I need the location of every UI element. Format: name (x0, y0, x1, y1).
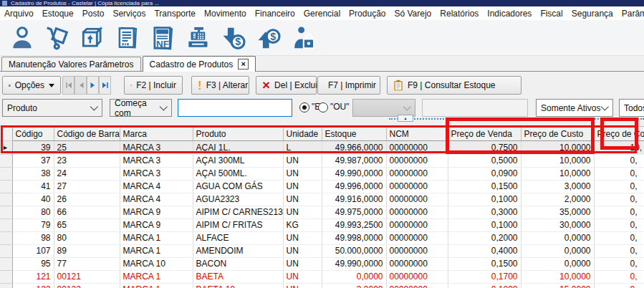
menu-item[interactable]: Financeiro (251, 9, 299, 19)
consult-stock-label: F9 | Consultar Estoque (408, 80, 496, 90)
column-header[interactable]: Preço de Custo (521, 127, 594, 141)
radio-or-label: "OU" (330, 102, 350, 112)
cell-produto: AIPIM C/ CARNES2131 (193, 206, 283, 219)
menu-item[interactable]: Arquivo (0, 9, 38, 19)
search-input[interactable] (178, 99, 292, 117)
scope-filter-value: Todos (624, 103, 644, 113)
menu-item[interactable]: Indicadores (483, 9, 536, 19)
document-tab-bar: Manutenção Valores Parâmetros Cadastro d… (0, 56, 644, 72)
filter-operator-select[interactable]: Começa com (110, 99, 172, 117)
nav-first-button[interactable] (62, 76, 75, 95)
table-row[interactable]: 38 24 MARCA 3 AÇAI 500ML. UN 49.990,0000… (0, 168, 644, 181)
radio-or[interactable] (318, 102, 328, 112)
cell-produto: AÇAI 500ML. (193, 168, 283, 181)
collapse-panel-button[interactable] (398, 115, 413, 122)
cell-marca: MARCA 4 (120, 193, 193, 206)
package-icon[interactable] (75, 21, 110, 54)
radio-and[interactable] (299, 102, 309, 112)
nav-previous-button[interactable] (75, 76, 87, 95)
cell-preco-de-custo: 0,0000 (521, 232, 594, 245)
cell-preco-de-compra: 0, (594, 232, 644, 245)
delete-button[interactable]: Del | Excluir (256, 76, 317, 95)
user-icon[interactable] (4, 21, 39, 54)
menu-item[interactable]: Movimento (200, 9, 251, 19)
menu-item[interactable]: Parâmetros (617, 9, 644, 19)
column-header[interactable]: Código (12, 127, 54, 141)
table-row[interactable]: 39 25 MARCA 3 AÇAI 1L. L 49.966,0000 000… (0, 141, 644, 155)
menu-item[interactable]: Fiscal (536, 9, 567, 19)
menu-item[interactable]: Só Varejo (390, 9, 436, 19)
cell-preco-de-custo: 15,0000 (521, 284, 594, 288)
cash-register-icon[interactable] (180, 21, 215, 54)
column-header[interactable]: Unidade (283, 127, 322, 141)
consult-stock-button[interactable]: F9 | Consultar Estoque (387, 76, 522, 95)
print-button[interactable]: F7 | Imprimir (317, 76, 380, 95)
table-row[interactable]: 122 00122 MARCA 1 BAETA 10 UN -3,0000 00… (0, 284, 644, 288)
cell-estoque: 0,0000 (322, 271, 386, 284)
tab-cadastro-de-produtos[interactable]: Cadastro de Produtos × (143, 56, 256, 72)
cell-marca: MARCA 3 (120, 168, 193, 181)
cell-codigo-de-barras: 89 (54, 245, 120, 258)
money-out-icon[interactable]: $ (250, 21, 285, 54)
cell-marca: MARCA 3 (120, 155, 193, 168)
table-row[interactable]: 121 00121 MARCA 1 BAETA UN 0,0000 000000… (0, 271, 644, 284)
column-header[interactable]: Preço de Comp (594, 127, 644, 141)
options-button[interactable]: Opções (2, 76, 61, 95)
scope-filter-select[interactable]: Todos (619, 99, 644, 117)
column-header[interactable]: Preço de Venda (448, 127, 521, 141)
menu-item[interactable]: Segurança (567, 9, 617, 19)
invoice-icon[interactable] (110, 21, 145, 54)
cell-codigo-de-barras: 00122 (54, 284, 120, 288)
tab-close-icon[interactable]: × (238, 59, 249, 69)
products-grid: Código Código de Barras Marca Produto Un… (0, 126, 644, 288)
cell-marca: MARCA 9 (120, 206, 193, 219)
filter-operator-value: Começa com (115, 98, 161, 118)
cell-ncm: 00000000 (386, 284, 448, 288)
menu-item[interactable]: Gerencial (299, 9, 345, 19)
alter-button[interactable]: F3 | Alterar (191, 76, 249, 95)
menu-item[interactable]: Transporte (150, 9, 200, 19)
menu-bar: Arquivo Estoque Posto Serviços Transport… (0, 6, 644, 21)
column-header[interactable]: Estoque (322, 127, 386, 141)
menu-item[interactable]: Estoque (38, 9, 78, 19)
nav-next-button[interactable] (87, 76, 99, 95)
tab-manutencao-valores-parametros[interactable]: Manutenção Valores Parâmetros (1, 57, 141, 71)
cell-codigo: 121 (12, 271, 54, 284)
status-filter-value: Somente Ativos (541, 103, 600, 113)
table-row[interactable]: 40 26 MARCA 4 AGUA2323 UN 49.916,0000 00… (0, 193, 644, 206)
column-header[interactable]: Código de Barras (54, 127, 120, 141)
nf-invoice-icon[interactable]: NF (145, 21, 180, 54)
cell-codigo-de-barras: 00121 (54, 271, 120, 284)
row-marker (0, 141, 12, 155)
row-marker (0, 245, 12, 258)
column-header[interactable]: Marca (120, 127, 193, 141)
menu-item[interactable]: Serviços (108, 9, 150, 19)
cell-ncm: 00000000 (386, 232, 448, 245)
money-in-icon[interactable]: $ (215, 21, 250, 54)
column-header[interactable]: Produto (193, 127, 283, 141)
column-header[interactable]: NCM (386, 127, 448, 141)
print-label: F7 | Imprimir (328, 80, 376, 90)
cell-codigo-de-barras: 23 (54, 155, 120, 168)
nav-last-button[interactable] (99, 76, 111, 95)
table-row[interactable]: 41 27 MARCA 4 AGUA COM GÁS UN 49.996,000… (0, 181, 644, 193)
menu-item[interactable]: Relatórios (436, 9, 483, 19)
include-button[interactable]: F2 | Incluir (124, 76, 183, 95)
menu-item[interactable]: Posto (78, 9, 109, 19)
table-row[interactable]: 98 80 MARCA 1 ALFACE UN 49.998,0000 0000… (0, 232, 644, 245)
cell-preco-de-compra: 0, (594, 206, 644, 219)
table-row[interactable]: 107 89 MARCA 1 AMENDOIM UN 50.000,0000 0… (0, 245, 644, 258)
user-lock-icon[interactable] (285, 21, 320, 54)
cell-codigo: 40 (12, 193, 54, 206)
status-filter-select[interactable]: Somente Ativos (536, 99, 613, 117)
table-row[interactable]: 79 65 MARCA 9 AIPIM C/ FRITAS KG 49.993,… (0, 219, 644, 232)
cell-codigo: 41 (12, 181, 54, 193)
table-row[interactable]: 37 23 MARCA 3 AÇAI 300ML UN 49.987,0000 … (0, 155, 644, 168)
cell-preco-de-venda: 0,4000 (448, 245, 521, 258)
cell-estoque: 49.975,0000 (322, 206, 386, 219)
filter-field-select[interactable]: Produto (2, 99, 102, 117)
table-row[interactable]: 80 66 MARCA 9 AIPIM C/ CARNES2131 UN 49.… (0, 206, 644, 219)
table-row[interactable]: 95 77 MARCA 10 BACON UN 49.990,0000 0000… (0, 258, 644, 271)
menu-item[interactable]: Produção (345, 9, 390, 19)
hand-truck-icon[interactable] (39, 21, 75, 54)
